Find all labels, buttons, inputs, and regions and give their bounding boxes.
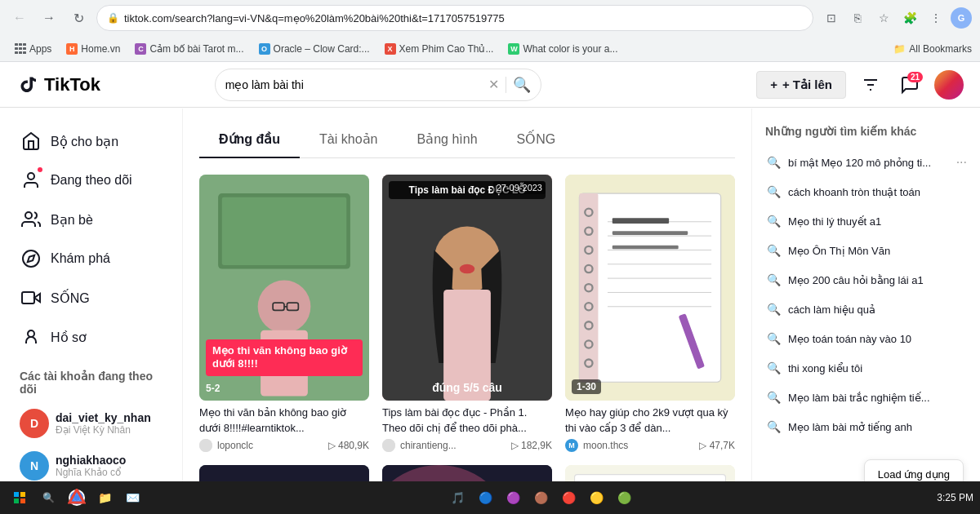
upload-button[interactable]: + + Tải lên bbox=[756, 71, 846, 99]
tab-accounts[interactable]: Tài khoản bbox=[300, 122, 397, 158]
suggestion-search-icon-5: 🔍 bbox=[765, 272, 782, 288]
all-bookmarks-folder-icon: 📁 bbox=[893, 43, 906, 55]
browser-toolbar: ← → ↻ 🔒 tiktok.com/search?lang=vi-VN&q=m… bbox=[0, 0, 980, 36]
bookmark-color[interactable]: W What color is your a... bbox=[501, 40, 624, 58]
taskbar-chrome-icon[interactable] bbox=[65, 485, 89, 510]
all-bookmarks[interactable]: 📁 All Bookmarks bbox=[893, 43, 972, 55]
suggestion-text-5: Mẹo 200 câu hỏi bằng lái a1 bbox=[788, 274, 967, 286]
extensions-button[interactable]: 🧩 bbox=[898, 7, 921, 29]
suggestion-5[interactable]: 🔍 Mẹo 200 câu hỏi bằng lái a1 bbox=[765, 265, 967, 295]
back-button[interactable]: ← bbox=[8, 7, 31, 29]
video-title-3: Mẹo hay giúp cho 2k9 vượt qua kỳ thi vào… bbox=[565, 405, 735, 435]
svg-point-5 bbox=[23, 250, 39, 267]
suggestion-search-icon-10: 🔍 bbox=[765, 419, 782, 435]
suggestion-3[interactable]: 🔍 Mẹo thi lý thuyết a1 bbox=[765, 206, 967, 236]
bookmark-homevn[interactable]: H Home.vn bbox=[60, 40, 127, 58]
menu-button[interactable]: ⋮ bbox=[924, 7, 947, 29]
suggestion-search-icon-3: 🔍 bbox=[765, 213, 782, 229]
bookmark-tarot[interactable]: C Cảm bố bài Tarot m... bbox=[128, 40, 250, 58]
search-clear-icon[interactable]: ✕ bbox=[488, 77, 499, 92]
profile-avatar[interactable]: G bbox=[951, 7, 972, 29]
suggestion-7[interactable]: 🔍 Mẹo toán toán này vào 10 bbox=[765, 324, 967, 353]
video-card-3[interactable]: 1-30 Mẹo hay giúp cho 2k9 vượt qua kỳ th… bbox=[565, 175, 735, 452]
tab-albums[interactable]: Bảng hình bbox=[397, 122, 497, 158]
message-button[interactable]: 21 bbox=[895, 70, 924, 100]
user-avatar[interactable] bbox=[934, 70, 964, 100]
search-input[interactable] bbox=[225, 78, 482, 91]
suggestion-more-1[interactable]: ··· bbox=[956, 155, 967, 170]
taskbar-center: 🎵 🔵 🟣 🟤 🔴 🟡 🟢 bbox=[445, 485, 636, 510]
bookmark-oracle[interactable]: O Oracle – Clow Card:... bbox=[252, 40, 376, 58]
sidebar-item-live[interactable]: SỐNG bbox=[0, 278, 182, 317]
account-dai-viet[interactable]: D dai_viet_ky_nhan Đại Việt Kỳ Nhân bbox=[0, 402, 182, 445]
svg-rect-12 bbox=[222, 197, 347, 265]
start-button[interactable] bbox=[7, 488, 33, 507]
bookmark-button[interactable]: ☆ bbox=[872, 7, 895, 29]
taskbar-files-icon[interactable]: 📁 bbox=[92, 485, 117, 510]
sidebar-item-explore[interactable]: Khám phá bbox=[0, 239, 182, 278]
account-nickname-dai-viet: Đại Việt Kỳ Nhân bbox=[56, 424, 151, 436]
upload-plus-icon: + bbox=[770, 78, 777, 91]
video-bottom-text-2: đúng 5/5 câu bbox=[389, 381, 546, 394]
suggestion-8[interactable]: 🔍 thi xong kiểu tôi bbox=[765, 353, 967, 383]
tab-live[interactable]: SỐNG bbox=[497, 122, 576, 158]
sidebar-item-following[interactable]: Đang theo dõi bbox=[0, 161, 182, 200]
video-thumb-1: Mẹo thi văn không bao giờ dưới 8!!!! 5-2 bbox=[199, 175, 369, 401]
live-label: SỐNG bbox=[51, 290, 90, 306]
svg-rect-46 bbox=[612, 246, 679, 250]
taskbar-app-1[interactable]: 🎵 bbox=[445, 485, 470, 510]
profile-icon bbox=[20, 326, 42, 348]
taskbar: 🔍 📁 ✉️ 🎵 🔵 🟣 🟤 🔴 🟡 🟢 3:25 PM bbox=[0, 481, 980, 514]
forward-button[interactable]: → bbox=[38, 7, 60, 29]
video-channel-2: chirantieng... ▷ 182,9K bbox=[382, 439, 552, 452]
svg-point-24 bbox=[382, 439, 395, 452]
taskbar-app-7[interactable]: 🟢 bbox=[612, 485, 636, 510]
suggestion-text-4: Mẹo Ôn Thị Môn Văn bbox=[788, 245, 967, 257]
svg-rect-82 bbox=[20, 498, 25, 503]
channel-name-2: chirantieng... bbox=[400, 440, 457, 451]
reload-button[interactable]: ↻ bbox=[67, 7, 90, 29]
address-bar[interactable]: 🔒 tiktok.com/search?lang=vi-VN&q=mẹo%20l… bbox=[96, 5, 813, 31]
video-date-2: 27-09-2023 bbox=[493, 181, 546, 194]
video-card-2[interactable]: Tips làm bài đọc ĐỤC LỖ 27-09-2023 đúng … bbox=[382, 175, 552, 452]
suggestion-4[interactable]: 🔍 Mẹo Ôn Thị Môn Văn bbox=[765, 236, 967, 265]
bookmark-homevn-label: Home.vn bbox=[81, 43, 120, 55]
suggestion-10[interactable]: 🔍 Mẹo làm bài mở tiếng anh bbox=[765, 412, 967, 441]
taskbar-mail-icon[interactable]: ✉️ bbox=[120, 485, 145, 510]
suggestion-1[interactable]: 🔍 bí mật Mẹo 120 mô phỏng ti... ··· bbox=[765, 148, 967, 177]
search-button[interactable]: 🔍 bbox=[513, 76, 531, 94]
screenshot-button[interactable]: ⎘ bbox=[846, 7, 869, 29]
video-overlay-text-1: Mẹo thi văn không bao giờ dưới 8!!!! bbox=[206, 339, 363, 377]
filter-button[interactable] bbox=[856, 70, 885, 100]
tab-top[interactable]: Đứng đầu bbox=[199, 122, 300, 158]
bookmark-oracle-label: Oracle – Clow Card:... bbox=[274, 43, 370, 55]
taskbar-app-6[interactable]: 🟡 bbox=[584, 485, 608, 510]
sidebar-item-profile[interactable]: Hồ sơ bbox=[0, 317, 182, 357]
taskbar-app-5[interactable]: 🔴 bbox=[556, 485, 581, 510]
explore-icon bbox=[20, 247, 42, 270]
svg-point-4 bbox=[25, 212, 32, 219]
sidebar-item-friends[interactable]: Bạn bè bbox=[0, 200, 182, 239]
svg-marker-6 bbox=[28, 255, 34, 262]
suggestion-2[interactable]: 🔍 cách khoanh tròn thuật toán bbox=[765, 177, 967, 206]
suggestion-6[interactable]: 🔍 cách làm hiệu quả bbox=[765, 295, 967, 324]
sidebar-item-for-you[interactable]: Bộ cho bạn bbox=[0, 122, 182, 161]
bookmark-film[interactable]: X Xem Phim Cao Thủ... bbox=[378, 40, 501, 58]
taskbar-app-3[interactable]: 🟣 bbox=[501, 485, 525, 510]
security-icon: 🔒 bbox=[107, 12, 119, 24]
tiktok-header: TikTok ✕ 🔍 + + Tải lên 21 bbox=[0, 62, 980, 108]
friends-label: Bạn bè bbox=[51, 212, 93, 228]
taskbar-app-4[interactable]: 🟤 bbox=[528, 485, 553, 510]
video-card-1[interactable]: Mẹo thi văn không bao giờ dưới 8!!!! 5-2… bbox=[199, 175, 369, 452]
suggestion-9[interactable]: 🔍 Mẹo làm bài trắc nghiệm tiế... bbox=[765, 383, 967, 412]
taskbar-app-2[interactable]: 🔵 bbox=[473, 485, 497, 510]
svg-point-18 bbox=[199, 439, 212, 452]
video-meta-3: Mẹo hay giúp cho 2k9 vượt qua kỳ thi vào… bbox=[565, 401, 735, 451]
video-channel-1: loponclc ▷ 480,9K bbox=[199, 439, 369, 452]
search-taskbar-button[interactable]: 🔍 bbox=[36, 489, 61, 507]
apps-icon bbox=[15, 43, 26, 55]
cast-button[interactable]: ⊡ bbox=[820, 7, 843, 29]
tiktok-logo[interactable]: TikTok bbox=[16, 73, 100, 96]
apps-bookmark[interactable]: Apps bbox=[8, 40, 58, 58]
search-bar[interactable]: ✕ 🔍 bbox=[215, 69, 541, 101]
